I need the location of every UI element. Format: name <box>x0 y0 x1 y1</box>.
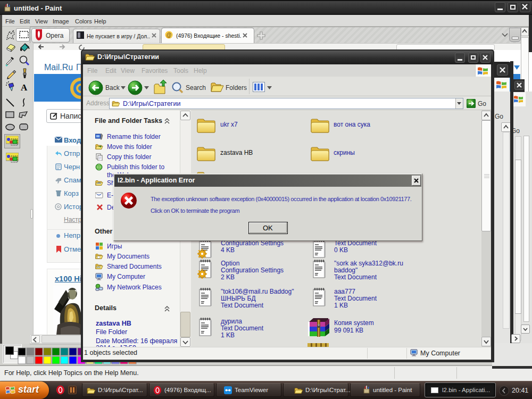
svg-text:@: @ <box>167 32 172 38</box>
svg-text:A: A <box>21 82 28 93</box>
